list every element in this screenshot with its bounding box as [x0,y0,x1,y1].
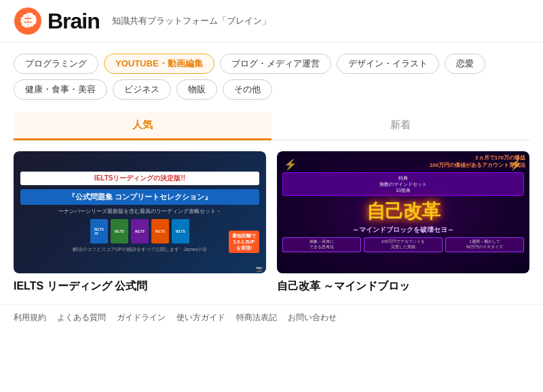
lightning-left-icon: ⚡ [284,158,297,171]
category-tag-2[interactable]: ブログ・メディア運営 [220,54,331,74]
reform-bot-badge-2: 100万円でアカウントを完璧した実績 [364,237,443,252]
ielts-top-banner: IELTSリーディングの決定版!! [20,172,259,185]
ielts-books: IELTS19 IELTS IELTS IELTS IELTS [90,219,189,243]
card-ielts-title: IELTS リーディング 公式問 [14,279,266,294]
header: Brain 知識共有プラットフォーム「ブレイン」 [0,0,543,43]
category-tag-3[interactable]: デザイン・イラスト [337,54,439,74]
category-tag-1[interactable]: YOUTUBE・動画編集 [104,54,214,74]
reform-sub-title: ～マインドブロックを破壊セヨ～ [352,225,454,235]
ielts-score-badge: 最短距離で1.0-1.5UPを実現! [229,231,259,253]
ielts-title-box: 『公式問題集 コンプリートセレクション』 [20,189,259,205]
footer-link-5[interactable]: お問い合わせ [288,312,337,324]
footer-link-3[interactable]: 使い方ガイド [176,312,225,324]
card-reform[interactable]: ⚡ ⚡ 特典無数のマインドセット10箇条 2ヵ月で170万の爆益100万円の価値… [277,151,529,294]
card-reform-image: ⚡ ⚡ 特典無数のマインドセット10箇条 2ヵ月で170万の爆益100万円の価値… [277,151,529,273]
reform-bottom-badges: 抽象→具体にできる思考法 100万円でアカウントを完璧した実績 1週間～働かして… [282,237,524,252]
footer-link-0[interactable]: 利用規約 [14,312,46,324]
logo-text: Brain [48,9,100,34]
footer: 利用規約よくある質問ガイドライン使い方ガイド特商法表記お問い合わせ [0,305,543,330]
reform-main-title: 自己改革 [367,201,440,222]
header-tagline: 知識共有プラットフォーム「ブレイン」 [112,15,271,27]
category-tag-6[interactable]: ビジネス [113,79,171,100]
reform-profit-right: 2ヵ月で170万の爆益100万円の価値があるアカウント育成法 [430,154,525,169]
reform-bot-badge-1: 抽象→具体にできる思考法 [282,237,361,252]
category-tag-4[interactable]: 恋愛 [445,54,485,74]
ielts-subtitle: ーナンバーシリーズ最新版を含む最高のリーディング攻略セット－ [58,208,221,215]
category-nav: プログラミングYOUTUBE・動画編集ブログ・メディア運営デザイン・イラスト恋愛… [0,43,543,102]
logo[interactable]: Brain [14,7,100,35]
cards-grid: IELTSリーディングの決定版!! 『公式問題集 コンプリートセレクション』 ー… [0,140,543,305]
reform-badge-tokuten: 特典無数のマインドセット10箇条 [282,172,524,196]
tabs: 人気新着 [14,112,529,140]
category-tag-5[interactable]: 健康・食事・美容 [14,79,107,100]
tab-0[interactable]: 人気 [14,112,272,140]
reform-top-badges: 特典無数のマインドセット10箇条 [282,172,524,196]
ielts-book-5: IELTS [172,219,189,243]
ielts-book-1: IELTS19 [90,219,108,243]
footer-link-4[interactable]: 特商法表記 [236,312,277,324]
footer-link-2[interactable]: ガイドライン [117,312,166,324]
ielts-book-4: IELTS [151,219,169,243]
ielts-bottom-text: 解法のコツとスコアUPの秘訣をすべて公開します James小谷 [73,246,207,253]
brain-logo-icon [14,7,42,35]
tab-1[interactable]: 新着 [272,112,529,140]
ielts-person: 📷 [256,266,263,272]
ielts-book-3: IELTS [131,219,149,243]
category-tag-0[interactable]: プログラミング [14,54,98,74]
reform-bot-badge-3: 1週間～働かして50万円のマネタイズ [445,237,524,252]
category-tag-7[interactable]: 物販 [176,79,217,100]
ielts-book-2: IELTS [111,219,128,243]
card-ielts-image: IELTSリーディングの決定版!! 『公式問題集 コンプリートセレクション』 ー… [14,151,266,273]
footer-link-1[interactable]: よくある質問 [57,312,106,324]
card-ielts[interactable]: IELTSリーディングの決定版!! 『公式問題集 コンプリートセレクション』 ー… [14,151,266,294]
category-tag-8[interactable]: その他 [223,79,272,100]
card-reform-title: 自己改革 ～マインドブロッ [277,279,529,294]
